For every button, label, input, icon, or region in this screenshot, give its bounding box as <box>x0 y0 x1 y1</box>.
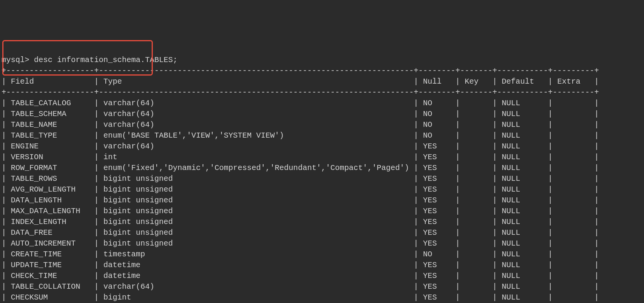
table-border-mid: +-------------------+-------------------… <box>2 88 599 97</box>
terminal-output: mysql> desc information_schema.TABLES; +… <box>2 44 642 303</box>
table-header-row: | Field | Type | Null | Key | Default | … <box>2 77 599 86</box>
table-border-top: +-------------------+-------------------… <box>2 66 599 75</box>
table-body: | TABLE_CATALOG | varchar(64) | NO | | N… <box>2 98 642 303</box>
mysql-prompt: mysql> desc information_schema.TABLES; <box>2 56 177 64</box>
